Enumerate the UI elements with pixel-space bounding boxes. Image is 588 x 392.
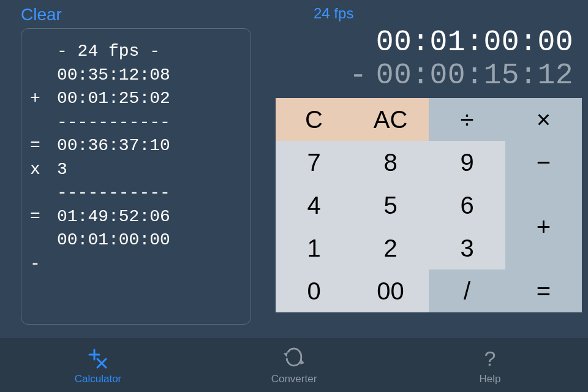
tape-op: + <box>30 87 57 111</box>
display-main: 00:01:00:00 <box>376 26 573 59</box>
tab-calculator[interactable]: Calculator <box>0 338 196 392</box>
tape-value: ----------- <box>57 181 242 205</box>
tape-value <box>57 252 242 276</box>
tape-op <box>30 111 57 135</box>
converter-icon <box>281 345 307 372</box>
key-all-clear[interactable]: AC <box>352 98 429 141</box>
key-9[interactable]: 9 <box>429 141 505 184</box>
key-5[interactable]: 5 <box>352 184 429 227</box>
display: 00:01:00:00 - 00:00:15:12 <box>276 24 588 98</box>
tape-value: ----------- <box>57 111 242 135</box>
display-sub: 00:00:15:12 <box>376 59 573 92</box>
key-divide[interactable]: ÷ <box>429 98 505 141</box>
tape-row: - <box>30 252 242 276</box>
key-subtract[interactable]: − <box>505 141 582 184</box>
key-4[interactable]: 4 <box>276 184 352 227</box>
help-icon: ? <box>478 345 502 372</box>
tape-value: 00:35:12:08 <box>57 64 242 88</box>
key-add[interactable]: + <box>505 184 582 270</box>
tape-op <box>30 64 57 88</box>
key-clear[interactable]: C <box>276 98 352 141</box>
key-7[interactable]: 7 <box>276 141 352 184</box>
key-00[interactable]: 00 <box>352 270 429 312</box>
tape-row: 00:35:12:08 <box>30 64 242 88</box>
tab-label: Help <box>480 373 501 385</box>
key-2[interactable]: 2 <box>352 227 429 270</box>
key-3[interactable]: 3 <box>429 227 505 270</box>
calculator-icon <box>86 345 110 372</box>
tape-row: =00:36:37:10 <box>30 134 242 158</box>
tape-value: 00:36:37:10 <box>57 134 242 158</box>
tape-value: 00:01:00:00 <box>57 228 242 252</box>
keypad: C AC ÷ × 7 8 9 − 4 5 6 + 1 2 3 0 00 / = <box>276 98 582 312</box>
tape-op <box>30 40 57 64</box>
tape-op: - <box>30 252 57 276</box>
tape-row: 00:01:00:00 <box>30 228 242 252</box>
tape-row: - 24 fps - <box>30 40 242 64</box>
fps-selector[interactable]: 24 fps <box>276 1 588 24</box>
tape-row: ----------- <box>30 111 242 135</box>
tab-label: Calculator <box>75 373 122 385</box>
tape-value: 01:49:52:06 <box>57 205 242 229</box>
clear-button[interactable]: Clear <box>21 5 62 24</box>
tape-value: 3 <box>57 158 242 182</box>
tape-op: x <box>30 158 57 182</box>
key-multiply[interactable]: × <box>505 98 582 141</box>
tab-label: Converter <box>271 373 317 385</box>
tape-op: = <box>30 134 57 158</box>
tape-op <box>30 181 57 205</box>
svg-text:?: ? <box>484 347 496 370</box>
tape-row: +00:01:25:02 <box>30 87 242 111</box>
tab-help[interactable]: ? Help <box>392 338 588 392</box>
history-tape[interactable]: - 24 fps -00:35:12:08+00:01:25:02-------… <box>21 28 251 325</box>
display-sub-sign: - <box>341 59 376 92</box>
tape-value: 00:01:25:02 <box>57 87 242 111</box>
tape-op: = <box>30 205 57 229</box>
key-equals[interactable]: = <box>505 270 582 312</box>
key-slash[interactable]: / <box>429 270 505 312</box>
tape-op <box>30 228 57 252</box>
tab-bar: Calculator Converter ? Help <box>0 338 588 392</box>
tape-row: x3 <box>30 158 242 182</box>
tab-converter[interactable]: Converter <box>196 338 392 392</box>
key-0[interactable]: 0 <box>276 270 352 312</box>
history-panel: Clear - 24 fps -00:35:12:08+00:01:25:02-… <box>0 0 276 338</box>
tape-row: =01:49:52:06 <box>30 205 242 229</box>
tape-row: ----------- <box>30 181 242 205</box>
key-8[interactable]: 8 <box>352 141 429 184</box>
key-1[interactable]: 1 <box>276 227 352 270</box>
key-6[interactable]: 6 <box>429 184 505 227</box>
tape-value: - 24 fps - <box>57 40 242 64</box>
